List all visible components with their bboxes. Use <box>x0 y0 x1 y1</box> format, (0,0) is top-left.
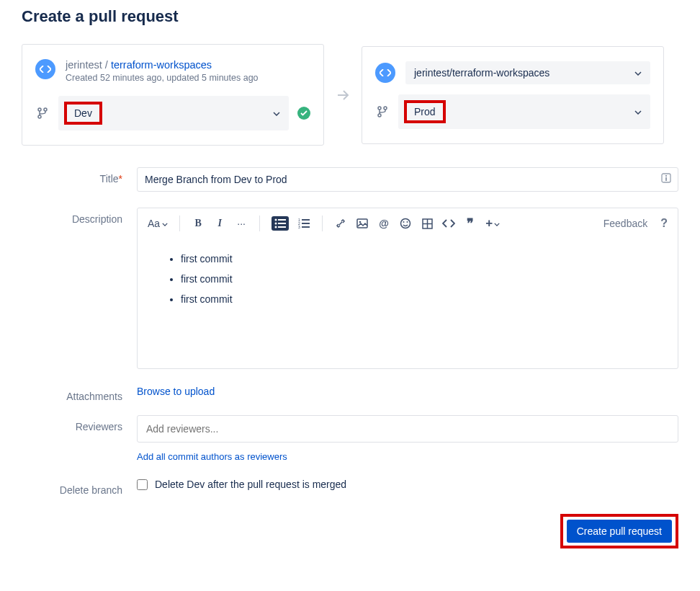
source-dest-row: jerintest / terraform-workspaces Created… <box>22 44 678 146</box>
arrow-right-icon <box>335 87 351 103</box>
bullet-list-button[interactable] <box>272 216 289 231</box>
create-pr-button[interactable]: Create pull request <box>567 520 672 543</box>
svg-point-5 <box>378 114 381 117</box>
attachments-label: Attachments <box>22 385 137 402</box>
svg-point-0 <box>38 108 41 111</box>
svg-rect-18 <box>302 223 310 224</box>
svg-point-2 <box>38 115 41 118</box>
emoji-icon[interactable] <box>399 218 412 229</box>
feedback-link[interactable]: Feedback <box>603 218 647 229</box>
submit-highlight: Create pull request <box>560 514 678 548</box>
code-repo-icon <box>375 63 395 83</box>
check-ok-icon <box>297 107 310 120</box>
delete-branch-checkbox[interactable] <box>137 479 148 490</box>
source-owner: jerintest <box>66 59 102 71</box>
svg-point-23 <box>401 219 410 228</box>
chevron-down-icon <box>273 108 280 118</box>
svg-point-24 <box>403 221 405 223</box>
source-card: jerintest / terraform-workspaces Created… <box>22 44 324 146</box>
svg-point-13 <box>275 226 277 228</box>
text-style-dropdown[interactable]: Aa <box>148 218 168 229</box>
commit-item: first commit <box>181 273 656 285</box>
source-repo-meta: Created 52 minutes ago, updated 5 minute… <box>66 73 259 83</box>
svg-point-1 <box>44 108 47 111</box>
dest-branch-select[interactable]: Prod <box>398 94 650 129</box>
svg-rect-20 <box>302 226 310 228</box>
svg-text:3: 3 <box>298 225 300 228</box>
table-icon[interactable] <box>421 218 434 229</box>
insert-dropdown[interactable]: + <box>485 216 500 231</box>
image-icon[interactable] <box>356 218 369 228</box>
description-label: Description <box>22 208 137 225</box>
delete-branch-label: Delete branch <box>22 479 137 496</box>
svg-point-3 <box>378 107 381 110</box>
chevron-down-icon <box>634 68 642 78</box>
numbered-list-button[interactable]: 123 <box>297 218 310 228</box>
source-branch-select[interactable]: Dev <box>58 96 289 130</box>
help-button[interactable]: ? <box>660 217 668 230</box>
reviewers-input[interactable] <box>137 415 678 443</box>
svg-point-22 <box>359 221 362 223</box>
svg-rect-12 <box>278 223 286 224</box>
more-format-button[interactable]: ··· <box>235 218 248 229</box>
source-repo-link[interactable]: terraform-workspaces <box>111 59 212 71</box>
svg-rect-10 <box>278 219 286 221</box>
description-content[interactable]: first commit first commit first commit <box>138 239 678 368</box>
commit-item: first commit <box>181 253 656 265</box>
reviewers-label: Reviewers <box>22 415 137 432</box>
svg-rect-7 <box>665 175 667 177</box>
title-input[interactable] <box>137 167 678 192</box>
add-all-authors-link[interactable]: Add all commit authors as reviewers <box>137 451 287 462</box>
browse-upload-link[interactable]: Browse to upload <box>137 386 215 397</box>
svg-point-9 <box>275 219 277 221</box>
bold-button[interactable]: B <box>192 218 205 229</box>
svg-rect-8 <box>665 177 667 181</box>
delete-branch-text: Delete Dev after the pull request is mer… <box>155 479 346 490</box>
source-branch-value: Dev <box>64 102 102 125</box>
dest-repo-select[interactable]: jerintest/terraform-workspaces <box>405 61 650 84</box>
branch-icon <box>375 106 390 117</box>
svg-rect-16 <box>302 219 310 221</box>
chevron-down-icon <box>634 107 642 117</box>
dest-repo-value: jerintest/terraform-workspaces <box>414 67 549 79</box>
svg-rect-14 <box>278 226 286 228</box>
italic-button[interactable]: I <box>213 218 226 229</box>
code-icon[interactable] <box>442 219 455 228</box>
dest-card: jerintest/terraform-workspaces Prod <box>362 46 664 144</box>
commit-item: first commit <box>181 293 656 305</box>
link-icon[interactable] <box>334 218 347 229</box>
svg-point-4 <box>384 107 387 110</box>
input-info-icon <box>661 173 671 186</box>
editor-toolbar: Aa B I ··· 123 @ <box>138 208 678 239</box>
svg-point-11 <box>275 223 277 225</box>
svg-point-25 <box>407 221 408 223</box>
quote-icon[interactable]: ❞ <box>464 215 477 231</box>
page-title: Create a pull request <box>22 7 678 26</box>
mention-icon[interactable]: @ <box>377 218 390 229</box>
description-editor: Aa B I ··· 123 @ <box>137 208 678 369</box>
code-repo-icon <box>35 59 55 79</box>
dest-branch-value: Prod <box>404 100 446 123</box>
title-label: Title* <box>22 167 137 185</box>
source-repo-breadcrumb: jerintest / terraform-workspaces <box>66 59 259 71</box>
branch-icon <box>35 107 50 119</box>
